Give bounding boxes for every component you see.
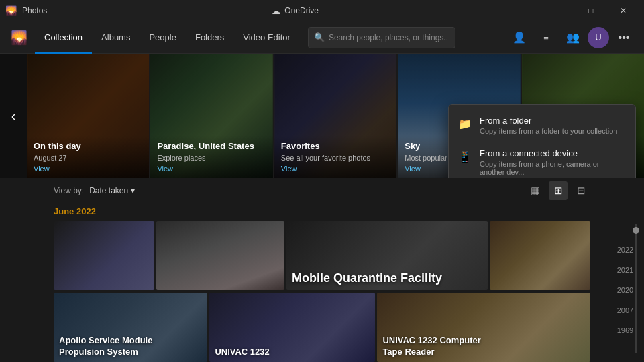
search-box[interactable]: 🔍 — [308, 27, 455, 48]
photo-row-1: Mobile Quarantine Facility — [54, 221, 590, 290]
share-button[interactable]: 👥 — [561, 26, 585, 50]
carousel-card-favorites[interactable]: Favorites See all your favorite photos V… — [274, 54, 396, 178]
nav-folders[interactable]: Folders — [186, 21, 233, 54]
timeline-year-2007[interactable]: 2007 — [617, 306, 633, 314]
search-input[interactable] — [329, 33, 449, 42]
photo-cell-7[interactable]: UNIVAC 1232 ComputerTape Reader — [377, 293, 590, 362]
card-title: Favorites — [281, 141, 390, 152]
toolbar: View by: Date taken ▾ ▦ ⊞ ⊟ — [0, 178, 644, 203]
onedrive-label: OneDrive — [284, 6, 319, 15]
from-folder-title: From a folder — [480, 116, 617, 126]
carousel-prev-button[interactable]: ‹ — [0, 54, 27, 178]
photo-row-2: Apollo Service ModulePropulsion System U… — [54, 293, 590, 362]
device-icon: 📱 — [458, 150, 472, 163]
from-folder-desc: Copy items from a folder to your collect… — [480, 127, 617, 135]
photo-cell-4[interactable] — [490, 221, 590, 290]
card-link[interactable]: View — [157, 165, 173, 173]
import-dropdown: 📁 From a folder Copy items from a folder… — [448, 104, 636, 178]
cloud-icon: ☁ — [272, 6, 280, 16]
photo-label-5: Apollo Service ModulePropulsion System — [59, 335, 152, 358]
view-large-button[interactable]: ⊟ — [572, 181, 590, 200]
viewby-select[interactable]: Date taken ▾ — [89, 186, 135, 195]
date-label: June 2022 — [54, 206, 96, 216]
photo-label-3: Mobile Quarantine Facility — [292, 271, 442, 286]
viewby-option: Date taken — [89, 186, 128, 195]
nav-albums[interactable]: Albums — [92, 21, 140, 54]
card-subtitle: Explore places — [157, 154, 266, 162]
photo-grid: Mobile Quarantine Facility Apollo Servic… — [0, 218, 644, 362]
from-device-item[interactable]: 📱 From a connected device Copy items fro… — [449, 142, 635, 178]
card-link[interactable]: View — [281, 165, 297, 173]
grid-small-icon: ▦ — [531, 185, 540, 197]
maximize-button[interactable]: □ — [576, 0, 606, 21]
folder-icon: 📁 — [458, 117, 472, 130]
nav-video-editor[interactable]: Video Editor — [233, 21, 300, 54]
card-subtitle: See all your favorite photos — [281, 154, 390, 162]
chevron-down-icon: ▾ — [131, 186, 135, 195]
grid-medium-icon: ⊞ — [554, 185, 563, 197]
search-icon: 🔍 — [314, 32, 325, 42]
photo-cell-1[interactable] — [54, 221, 154, 290]
nav-right: 👤 ≡ 👥 U ••• — [507, 26, 636, 50]
share-icon: 👥 — [566, 31, 580, 44]
minimize-button[interactable]: ─ — [543, 0, 574, 21]
nav-people[interactable]: People — [140, 21, 185, 54]
app-title: Photos — [22, 6, 47, 15]
photo-cell-5[interactable]: Apollo Service ModulePropulsion System — [54, 293, 207, 362]
photo-cell-3[interactable]: Mobile Quarantine Facility — [286, 221, 488, 290]
onedrive-area: ☁ OneDrive — [272, 6, 319, 16]
titlebar-left: 🌄 Photos — [5, 5, 47, 16]
nav-collection[interactable]: Collection — [35, 21, 92, 54]
card-link[interactable]: View — [34, 165, 50, 173]
timeline-year-1969[interactable]: 1969 — [617, 326, 633, 334]
photo-label-7: UNIVAC 1232 ComputerTape Reader — [382, 335, 480, 358]
avatar[interactable]: U — [588, 27, 609, 48]
app-icon: 🌄 — [8, 27, 30, 48]
carousel-card-paradise[interactable]: Paradise, United States Explore places V… — [150, 54, 272, 178]
people-search-button[interactable]: 👤 — [507, 26, 531, 50]
app-logo-icon: 🌄 — [5, 5, 17, 16]
more-button[interactable]: ••• — [612, 26, 636, 50]
photo-cell-6[interactable]: UNIVAC 1232 — [209, 293, 375, 362]
viewby-label: View by: — [54, 186, 84, 195]
photo-cell-2[interactable] — [156, 221, 284, 290]
timeline-year-2022[interactable]: 2022 — [617, 246, 633, 254]
timeline-year-2021[interactable]: 2021 — [617, 266, 633, 274]
from-device-desc: Copy items from a phone, camera or anoth… — [480, 160, 626, 176]
view-medium-button[interactable]: ⊞ — [549, 181, 568, 200]
timeline-handle[interactable] — [633, 227, 639, 234]
navbar: 🌄 Collection Albums People Folders Video… — [0, 21, 644, 54]
photos-icon: 🌄 — [11, 30, 28, 46]
card-title: Paradise, United States — [157, 141, 266, 152]
view-small-button[interactable]: ▦ — [526, 181, 545, 200]
date-label-row: June 2022 — [0, 203, 644, 218]
titlebar-controls: ─ □ ✕ — [543, 0, 639, 21]
titlebar: 🌄 Photos ☁ OneDrive ─ □ ✕ — [0, 0, 644, 21]
more-icon: ••• — [619, 32, 630, 44]
filter-button[interactable]: ≡ — [534, 26, 558, 50]
from-device-title: From a connected device — [480, 148, 626, 159]
card-link[interactable]: View — [405, 165, 421, 173]
timeline-sidebar: 2022 2021 2020 2007 1969 — [606, 218, 644, 362]
card-title: On this day — [34, 141, 142, 152]
carousel-card-on-this-day[interactable]: On this day August 27 View — [27, 54, 149, 178]
close-button[interactable]: ✕ — [608, 0, 639, 21]
filter-icon: ≡ — [543, 32, 549, 42]
timeline-scrubber — [635, 224, 637, 353]
from-folder-item[interactable]: 📁 From a folder Copy items from a folder… — [449, 109, 635, 142]
view-controls: ▦ ⊞ ⊟ — [526, 181, 590, 200]
people-icon: 👤 — [513, 31, 526, 44]
timeline-year-2020[interactable]: 2020 — [617, 286, 633, 294]
photo-label-6: UNIVAC 1232 — [215, 347, 269, 358]
main-area: View by: Date taken ▾ ▦ ⊞ ⊟ June 2022 — [0, 178, 644, 362]
grid-large-icon: ⊟ — [577, 185, 586, 197]
carousel: ‹ On this day August 27 View Paradise, U… — [0, 54, 644, 178]
card-subtitle: August 27 — [34, 154, 142, 162]
